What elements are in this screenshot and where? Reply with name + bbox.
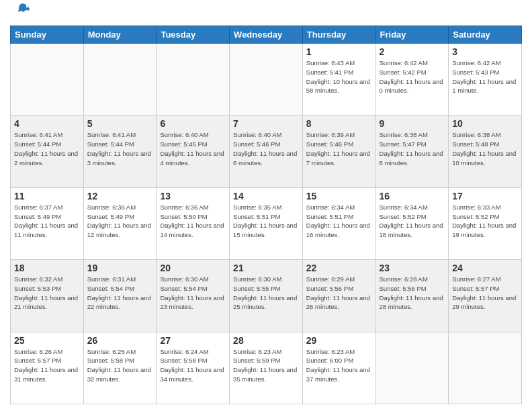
logo	[10, 7, 30, 20]
calendar-week-5: 25Sunrise: 6:26 AM Sunset: 5:57 PM Dayli…	[11, 332, 522, 404]
day-info: Sunrise: 6:43 AM Sunset: 5:41 PM Dayligh…	[306, 58, 372, 95]
calendar-cell	[157, 44, 230, 116]
calendar-cell: 18Sunrise: 6:32 AM Sunset: 5:53 PM Dayli…	[11, 260, 84, 332]
day-info: Sunrise: 6:36 AM Sunset: 5:50 PM Dayligh…	[160, 203, 226, 240]
calendar-cell: 4Sunrise: 6:41 AM Sunset: 5:44 PM Daylig…	[11, 116, 84, 187]
day-number: 19	[87, 263, 153, 273]
day-number: 25	[14, 335, 80, 346]
calendar-week-1: 1Sunrise: 6:43 AM Sunset: 5:41 PM Daylig…	[11, 44, 522, 116]
calendar-header-thursday: Thursday	[302, 26, 375, 44]
calendar-cell: 9Sunrise: 6:38 AM Sunset: 5:47 PM Daylig…	[375, 116, 449, 187]
calendar-header-friday: Friday	[375, 26, 449, 44]
day-info: Sunrise: 6:42 AM Sunset: 5:43 PM Dayligh…	[452, 58, 518, 95]
calendar-cell: 24Sunrise: 6:27 AM Sunset: 5:57 PM Dayli…	[449, 260, 522, 332]
day-number: 14	[233, 191, 299, 201]
calendar-cell: 26Sunrise: 6:25 AM Sunset: 5:58 PM Dayli…	[83, 332, 157, 404]
calendar-cell: 17Sunrise: 6:33 AM Sunset: 5:52 PM Dayli…	[449, 187, 522, 259]
calendar-header-monday: Monday	[83, 26, 157, 44]
day-info: Sunrise: 6:23 AM Sunset: 5:59 PM Dayligh…	[233, 347, 299, 384]
day-info: Sunrise: 6:35 AM Sunset: 5:51 PM Dayligh…	[233, 203, 299, 240]
calendar-week-4: 18Sunrise: 6:32 AM Sunset: 5:53 PM Dayli…	[11, 260, 522, 332]
day-number: 28	[233, 335, 299, 346]
day-number: 4	[14, 118, 80, 129]
page: SundayMondayTuesdayWednesdayThursdayFrid…	[0, 0, 532, 411]
day-number: 22	[306, 263, 372, 273]
day-number: 13	[160, 191, 226, 201]
day-info: Sunrise: 6:24 AM Sunset: 5:58 PM Dayligh…	[160, 347, 226, 384]
day-number: 11	[14, 191, 80, 201]
calendar-cell: 15Sunrise: 6:34 AM Sunset: 5:51 PM Dayli…	[302, 187, 375, 259]
day-number: 6	[160, 118, 226, 129]
calendar-cell	[230, 44, 303, 116]
day-number: 2	[380, 46, 445, 57]
calendar-cell: 14Sunrise: 6:35 AM Sunset: 5:51 PM Dayli…	[230, 187, 303, 259]
calendar-cell: 8Sunrise: 6:39 AM Sunset: 5:46 PM Daylig…	[302, 116, 375, 187]
calendar-cell: 19Sunrise: 6:31 AM Sunset: 5:54 PM Dayli…	[83, 260, 157, 332]
day-info: Sunrise: 6:28 AM Sunset: 5:56 PM Dayligh…	[380, 275, 445, 312]
day-info: Sunrise: 6:33 AM Sunset: 5:52 PM Dayligh…	[452, 203, 518, 240]
calendar-cell	[375, 332, 449, 404]
calendar-cell: 28Sunrise: 6:23 AM Sunset: 5:59 PM Dayli…	[230, 332, 303, 404]
calendar-cell: 29Sunrise: 6:23 AM Sunset: 6:00 PM Dayli…	[302, 332, 375, 404]
day-number: 9	[380, 118, 445, 129]
day-info: Sunrise: 6:42 AM Sunset: 5:42 PM Dayligh…	[380, 58, 445, 95]
day-number: 16	[380, 191, 445, 201]
day-number: 26	[87, 335, 153, 346]
day-number: 10	[452, 118, 518, 129]
calendar-cell: 13Sunrise: 6:36 AM Sunset: 5:50 PM Dayli…	[157, 187, 230, 259]
calendar-cell: 1Sunrise: 6:43 AM Sunset: 5:41 PM Daylig…	[302, 44, 375, 116]
logo-bird-icon	[11, 1, 30, 20]
day-number: 18	[14, 263, 80, 273]
calendar-cell: 20Sunrise: 6:30 AM Sunset: 5:54 PM Dayli…	[157, 260, 230, 332]
day-info: Sunrise: 6:27 AM Sunset: 5:57 PM Dayligh…	[452, 275, 518, 312]
calendar-cell: 2Sunrise: 6:42 AM Sunset: 5:42 PM Daylig…	[375, 44, 449, 116]
calendar-week-3: 11Sunrise: 6:37 AM Sunset: 5:49 PM Dayli…	[11, 187, 522, 259]
day-info: Sunrise: 6:36 AM Sunset: 5:49 PM Dayligh…	[87, 203, 153, 240]
calendar-cell: 12Sunrise: 6:36 AM Sunset: 5:49 PM Dayli…	[83, 187, 157, 259]
day-number: 24	[452, 263, 518, 273]
day-number: 12	[87, 191, 153, 201]
day-number: 8	[306, 118, 372, 129]
day-info: Sunrise: 6:29 AM Sunset: 5:56 PM Dayligh…	[306, 275, 372, 312]
day-number: 29	[306, 335, 372, 346]
day-info: Sunrise: 6:34 AM Sunset: 5:51 PM Dayligh…	[306, 203, 372, 240]
day-number: 23	[380, 263, 445, 273]
calendar-cell: 11Sunrise: 6:37 AM Sunset: 5:49 PM Dayli…	[11, 187, 84, 259]
calendar-table: SundayMondayTuesdayWednesdayThursdayFrid…	[10, 26, 522, 404]
day-info: Sunrise: 6:40 AM Sunset: 5:45 PM Dayligh…	[160, 130, 226, 167]
calendar-cell	[83, 44, 157, 116]
calendar-cell: 23Sunrise: 6:28 AM Sunset: 5:56 PM Dayli…	[375, 260, 449, 332]
day-number: 7	[233, 118, 299, 129]
day-number: 21	[233, 263, 299, 273]
day-number: 17	[452, 191, 518, 201]
day-info: Sunrise: 6:25 AM Sunset: 5:58 PM Dayligh…	[87, 347, 153, 384]
day-info: Sunrise: 6:40 AM Sunset: 5:46 PM Dayligh…	[233, 130, 299, 167]
calendar-cell: 6Sunrise: 6:40 AM Sunset: 5:45 PM Daylig…	[157, 116, 230, 187]
day-info: Sunrise: 6:41 AM Sunset: 5:44 PM Dayligh…	[87, 130, 153, 167]
day-info: Sunrise: 6:37 AM Sunset: 5:49 PM Dayligh…	[14, 203, 80, 240]
day-number: 15	[306, 191, 372, 201]
day-number: 1	[306, 46, 372, 57]
calendar-header-tuesday: Tuesday	[157, 26, 230, 44]
day-info: Sunrise: 6:41 AM Sunset: 5:44 PM Dayligh…	[14, 130, 80, 167]
calendar-cell	[11, 44, 84, 116]
calendar-cell: 25Sunrise: 6:26 AM Sunset: 5:57 PM Dayli…	[11, 332, 84, 404]
calendar-cell: 10Sunrise: 6:38 AM Sunset: 5:48 PM Dayli…	[449, 116, 522, 187]
day-info: Sunrise: 6:30 AM Sunset: 5:54 PM Dayligh…	[160, 275, 226, 312]
calendar-cell: 3Sunrise: 6:42 AM Sunset: 5:43 PM Daylig…	[449, 44, 522, 116]
calendar-cell: 5Sunrise: 6:41 AM Sunset: 5:44 PM Daylig…	[83, 116, 157, 187]
calendar-header-sunday: Sunday	[11, 26, 84, 44]
day-info: Sunrise: 6:30 AM Sunset: 5:55 PM Dayligh…	[233, 275, 299, 312]
day-info: Sunrise: 6:39 AM Sunset: 5:46 PM Dayligh…	[306, 130, 372, 167]
calendar-cell	[449, 332, 522, 404]
day-number: 20	[160, 263, 226, 273]
calendar-cell: 27Sunrise: 6:24 AM Sunset: 5:58 PM Dayli…	[157, 332, 230, 404]
calendar-cell: 7Sunrise: 6:40 AM Sunset: 5:46 PM Daylig…	[230, 116, 303, 187]
calendar-cell: 22Sunrise: 6:29 AM Sunset: 5:56 PM Dayli…	[302, 260, 375, 332]
header	[10, 7, 522, 20]
day-number: 27	[160, 335, 226, 346]
day-number: 3	[452, 46, 518, 57]
day-info: Sunrise: 6:38 AM Sunset: 5:47 PM Dayligh…	[380, 130, 445, 167]
day-info: Sunrise: 6:38 AM Sunset: 5:48 PM Dayligh…	[452, 130, 518, 167]
calendar-header-saturday: Saturday	[449, 26, 522, 44]
